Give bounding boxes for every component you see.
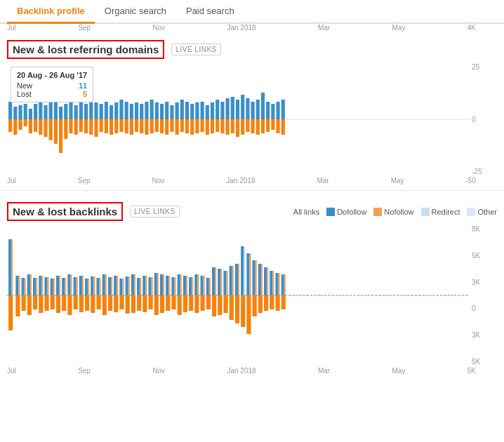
svg-rect-32 xyxy=(84,119,88,133)
svg-rect-215 xyxy=(209,278,211,295)
legend-dofollow: Dofollow xyxy=(326,208,366,216)
svg-rect-246 xyxy=(264,295,268,311)
svg-rect-195 xyxy=(166,295,170,311)
chart2-y-axis: 8K 5K 3K 0 3K 5K xyxy=(469,225,497,366)
svg-rect-5 xyxy=(18,105,22,119)
svg-rect-104 xyxy=(266,119,270,132)
svg-rect-240 xyxy=(253,295,257,316)
svg-rect-85 xyxy=(220,102,224,119)
svg-rect-50 xyxy=(130,119,133,135)
nofollow-color-dot xyxy=(373,208,382,216)
svg-rect-127 xyxy=(39,276,41,295)
svg-rect-212 xyxy=(204,276,205,295)
tab-backlink-profile[interactable]: Backlink profile xyxy=(7,0,95,24)
chart2-title: New & lost backlinks xyxy=(7,202,123,221)
svg-rect-227 xyxy=(232,266,234,295)
svg-rect-8 xyxy=(24,119,27,126)
svg-rect-41 xyxy=(110,105,113,119)
svg-rect-9 xyxy=(29,109,32,119)
svg-rect-70 xyxy=(180,119,184,132)
svg-rect-159 xyxy=(96,295,100,309)
svg-rect-236 xyxy=(249,253,251,295)
svg-rect-143 xyxy=(70,274,72,295)
svg-rect-161 xyxy=(105,274,107,295)
svg-rect-189 xyxy=(154,295,159,315)
nofollow-label: Nofollow xyxy=(384,208,413,216)
svg-rect-142 xyxy=(67,274,70,295)
svg-rect-71 xyxy=(185,102,189,119)
svg-rect-204 xyxy=(183,295,187,312)
svg-rect-77 xyxy=(201,102,204,119)
svg-rect-3 xyxy=(13,107,17,119)
svg-rect-241 xyxy=(258,264,261,295)
chart2-legend: All links Dofollow Nofollow Redirect Oth… xyxy=(293,208,497,216)
svg-rect-232 xyxy=(241,246,244,295)
svg-rect-165 xyxy=(108,295,112,311)
svg-rect-88 xyxy=(226,119,230,135)
tab-organic-search[interactable]: Organic search xyxy=(95,0,176,24)
chart2-x-axis-bottom: Jul Sep Nov Jan 2018 Mar May 5K xyxy=(0,366,504,375)
svg-rect-66 xyxy=(170,119,173,132)
svg-rect-223 xyxy=(223,271,226,295)
chart1-live-links[interactable]: LIVE LINKS xyxy=(171,43,220,55)
svg-rect-144 xyxy=(67,295,72,315)
svg-rect-63 xyxy=(165,102,168,119)
tab-bar: Backlink profile Organic search Paid sea… xyxy=(0,0,504,24)
chart1-section: New & lost referring domains LIVE LINKS … xyxy=(0,33,504,175)
svg-rect-181 xyxy=(142,276,145,295)
svg-rect-180 xyxy=(137,295,141,311)
svg-rect-78 xyxy=(201,119,204,132)
svg-rect-239 xyxy=(256,260,257,295)
svg-rect-216 xyxy=(206,295,211,309)
svg-rect-16 xyxy=(44,119,47,137)
svg-rect-60 xyxy=(155,119,159,132)
svg-rect-129 xyxy=(39,295,43,313)
svg-rect-82 xyxy=(211,119,214,133)
chart1-x-axis-bottom: Jul Sep Nov Jan 2018 Mar May -50 xyxy=(0,175,504,185)
redirect-label: Redirect xyxy=(432,208,460,216)
svg-rect-218 xyxy=(215,267,216,295)
svg-rect-103 xyxy=(266,102,270,119)
chart2-svg xyxy=(7,225,469,366)
svg-rect-194 xyxy=(168,276,170,295)
svg-rect-251 xyxy=(279,273,280,295)
svg-rect-31 xyxy=(84,104,88,119)
svg-rect-54 xyxy=(140,119,143,133)
svg-rect-242 xyxy=(261,264,263,295)
svg-rect-84 xyxy=(215,119,219,132)
svg-rect-178 xyxy=(137,278,140,295)
svg-rect-203 xyxy=(186,276,187,295)
svg-rect-90 xyxy=(231,119,234,133)
svg-rect-245 xyxy=(267,267,268,295)
svg-rect-102 xyxy=(261,119,265,133)
svg-rect-52 xyxy=(135,119,138,132)
chart2-header: New & lost backlinks LIVE LINKS All link… xyxy=(7,202,497,221)
svg-rect-222 xyxy=(218,295,222,315)
all-links-label: All links xyxy=(293,208,319,216)
svg-rect-15 xyxy=(44,105,47,119)
svg-rect-48 xyxy=(125,119,128,133)
svg-rect-167 xyxy=(117,276,118,295)
svg-rect-206 xyxy=(192,277,193,295)
chart2-live-links[interactable]: LIVE LINKS xyxy=(130,206,179,217)
svg-rect-139 xyxy=(62,278,65,295)
svg-rect-185 xyxy=(152,277,153,295)
svg-rect-188 xyxy=(157,273,159,295)
chart2-bars xyxy=(7,225,469,366)
svg-rect-128 xyxy=(41,276,43,295)
svg-rect-99 xyxy=(256,100,260,119)
svg-rect-86 xyxy=(220,119,224,133)
chart1-svg xyxy=(7,63,469,175)
svg-rect-192 xyxy=(160,295,164,313)
tab-paid-search[interactable]: Paid search xyxy=(176,0,244,24)
svg-rect-117 xyxy=(15,295,20,316)
svg-rect-6 xyxy=(18,119,22,130)
svg-rect-62 xyxy=(160,119,164,133)
svg-rect-33 xyxy=(89,100,93,119)
svg-rect-81 xyxy=(211,102,214,119)
svg-rect-68 xyxy=(175,119,179,135)
svg-rect-7 xyxy=(24,104,27,119)
svg-rect-39 xyxy=(105,102,108,119)
svg-rect-107 xyxy=(276,102,279,119)
svg-rect-157 xyxy=(96,278,99,295)
